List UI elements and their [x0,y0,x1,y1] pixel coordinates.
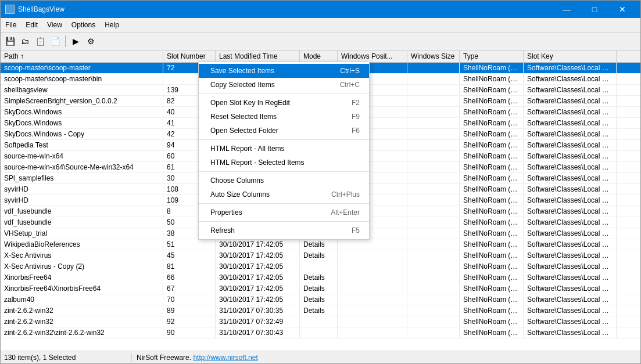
list-cell: source-me-win-x64\Source-Me-win32-x64 [1,162,163,172]
maximize-button[interactable]: □ [581,1,608,18]
list-cell: 30/10/2017 17:42:05 [216,239,300,250]
context-menu-shortcut: F5 [352,226,360,235]
list-cell: SkyDocs.Windows - Copy [1,129,163,139]
status-nirsoft-link[interactable]: http://www.nirsoft.net [193,354,257,362]
context-menu: Save Selected ItemsCtrl+SCopy Selected I… [198,62,370,240]
list-cell: SkyDocs.Windows [1,118,163,128]
list-cell: ShellNoRoam (… [460,173,524,183]
col-path[interactable]: Path ↑ [1,51,163,62]
list-cell: 92 [163,316,216,327]
list-cell: Softpedia Test [1,140,163,150]
list-cell [407,283,460,294]
list-cell: Software\Classes\Local Sett [524,272,617,283]
minimize-button[interactable]: — [553,1,580,18]
toolbar-settings[interactable]: ⚙ [84,34,98,48]
list-cell: 81 [163,261,216,272]
list-cell: Software\Classes\Local Sett [524,316,617,327]
list-cell: 30/10/2017 17:42:05 [216,261,300,272]
context-menu-item[interactable]: Open Slot Key In RegEditF2 [199,96,369,110]
context-menu-label: Open Selected Folder [210,127,278,135]
list-cell: ShellNoRoam (… [460,283,524,294]
list-header: Path ↑ Slot Number Last Modified Time Mo… [1,51,640,63]
list-cell: zalbum40 [1,294,163,305]
list-cell: ShellNoRoam (… [460,239,524,250]
toolbar: 💾 🗂 📋 📄 ▶ ⚙ [1,33,640,51]
list-cell: Software\Classes\Local Sett [524,107,617,117]
window-title: ShellBagsView [18,5,65,13]
col-slotkey[interactable]: Slot Key [524,51,617,62]
list-cell [407,316,460,327]
toolbar-refresh[interactable]: 🗂 [18,34,32,48]
menu-file[interactable]: File [1,19,21,31]
table-row[interactable]: WikipediaBioReferences5130/10/2017 17:42… [1,239,640,250]
context-menu-item[interactable]: Open Selected FolderF6 [199,124,369,138]
list-cell: SkyDocs.Windows [1,107,163,117]
context-menu-shortcut: Ctrl+Plus [331,190,360,199]
list-cell: ShellNoRoam (… [460,162,524,172]
toolbar-html[interactable]: 📄 [48,34,62,48]
list-cell: ShellNoRoam (… [460,327,524,338]
menu-edit[interactable]: Edit [21,19,42,31]
toolbar-separator [65,35,66,47]
list-cell: Details [300,294,338,305]
table-row[interactable]: X-Sec Antivirus - Copy (2)8130/10/2017 1… [1,261,640,272]
list-cell: Details [300,272,338,283]
list-cell [338,316,407,327]
table-row[interactable]: zalbum407030/10/2017 17:42:05DetailsShel… [1,294,640,305]
list-cell: 70 [163,294,216,305]
list-cell: ShellNoRoam (… [460,294,524,305]
context-menu-item[interactable]: RefreshF5 [199,224,369,237]
list-cell: scoop-master\scoop-master\bin [1,74,163,84]
context-menu-item[interactable]: Copy Selected ItemsCtrl+C [199,78,369,92]
close-button[interactable]: ✕ [609,1,636,18]
context-menu-shortcut: F2 [352,99,360,107]
col-mode[interactable]: Mode [300,51,338,62]
menu-view[interactable]: View [42,19,67,31]
list-cell: 89 [163,305,216,316]
list-cell: zint-2.6.2-win32\zint-2.6.2-win32 [1,327,163,338]
toolbar-save[interactable]: 💾 [3,34,17,48]
context-menu-item[interactable]: Choose Columns [199,174,369,188]
col-modified[interactable]: Last Modified Time [216,51,300,62]
context-menu-shortcut: F9 [352,113,360,121]
list-cell: vdf_fusebundle [1,206,163,217]
table-row[interactable]: XinorbisFree64\XinorbisFree646730/10/201… [1,283,640,294]
list-cell: Software\Classes\Local Sett [524,162,617,172]
col-winsize[interactable]: Windows Size [407,51,460,62]
list-cell: ShellNoRoam (… [460,107,524,117]
context-menu-item[interactable]: HTML Report - All Items [199,142,369,156]
list-cell: Software\Classes\Local Sett [524,294,617,305]
context-menu-shortcut: Alt+Enter [331,208,360,217]
table-row[interactable]: zint-2.6.2-win328931/10/2017 07:30:35Det… [1,305,640,316]
col-type[interactable]: Type [460,51,524,62]
table-row[interactable]: XinorbisFree646630/10/2017 17:42:05Detai… [1,272,640,283]
context-menu-label: Auto Size Columns [210,190,270,199]
table-row[interactable]: zint-2.6.2-win329231/10/2017 07:32:49She… [1,316,640,327]
list-cell: X-Sec Antivirus - Copy (2) [1,261,163,272]
toolbar-copy[interactable]: 📋 [33,34,47,48]
context-menu-item[interactable]: Auto Size ColumnsCtrl+Plus [199,188,369,201]
list-cell: source-me-win-x64 [1,151,163,161]
context-menu-shortcut: Ctrl+S [340,67,360,75]
list-cell [407,151,460,161]
list-cell: 67 [163,283,216,294]
list-cell [338,294,407,305]
col-slot[interactable]: Slot Number [163,51,216,62]
context-menu-item[interactable]: Reset Selected ItemsF9 [199,110,369,124]
list-cell: scoop-master\scoop-master [1,63,163,73]
list-cell [407,206,460,217]
table-row[interactable]: X-Sec Antivirus4530/10/2017 17:42:05Deta… [1,250,640,261]
context-menu-item[interactable]: Save Selected ItemsCtrl+S [199,64,369,78]
context-menu-label: Copy Selected Items [210,81,275,89]
list-cell [407,184,460,194]
context-menu-item[interactable]: HTML Report - Selected Items [199,156,369,170]
menu-help[interactable]: Help [100,19,124,31]
list-cell: ShellNoRoam (… [460,184,524,194]
menu-options[interactable]: Options [67,19,100,31]
list-cell: Software\Classes\Local Sett [524,129,617,139]
table-row[interactable]: zint-2.6.2-win32\zint-2.6.2-win329031/10… [1,327,640,338]
col-winpos[interactable]: Windows Posit... [338,51,407,62]
toolbar-properties[interactable]: ▶ [69,34,83,48]
context-menu-item[interactable]: PropertiesAlt+Enter [199,206,369,219]
list-cell [407,107,460,117]
